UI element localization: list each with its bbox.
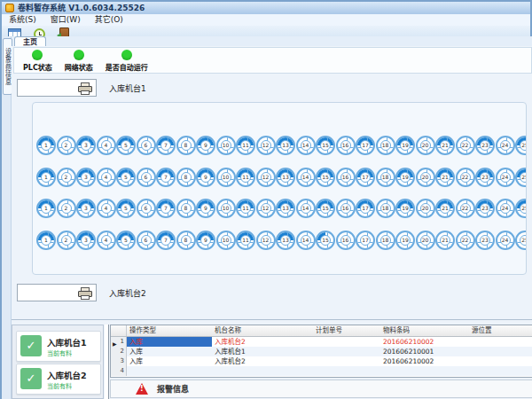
slot-2-12[interactable]: 12 bbox=[256, 168, 276, 187]
slot-4-11[interactable]: 11 bbox=[236, 231, 255, 250]
slot-2-3[interactable]: 3 bbox=[76, 168, 96, 187]
slot-3-1[interactable]: 1 bbox=[36, 199, 56, 218]
slot-4-17[interactable]: 17 bbox=[356, 231, 375, 250]
slot-3-9[interactable]: 9 bbox=[196, 199, 215, 218]
slot-4-9[interactable]: 9 bbox=[196, 231, 215, 250]
slot-1-11[interactable]: 11 bbox=[236, 136, 255, 155]
cell[interactable] bbox=[469, 366, 532, 376]
column-header-2[interactable]: 计划单号 bbox=[313, 325, 380, 336]
slot-1-7[interactable]: 7 bbox=[156, 136, 176, 155]
slot-3-5[interactable]: 5 bbox=[116, 199, 136, 218]
slot-3-14[interactable]: 14 bbox=[296, 199, 316, 218]
slot-1-5[interactable]: 5 bbox=[116, 136, 136, 155]
slot-1-17[interactable]: 17 bbox=[356, 136, 375, 155]
slot-4-6[interactable]: 6 bbox=[137, 231, 156, 250]
slot-4-20[interactable]: 20 bbox=[416, 231, 435, 250]
cell[interactable]: 入库机台2 bbox=[212, 337, 313, 347]
cell[interactable] bbox=[469, 347, 532, 356]
slot-2-2[interactable]: 2 bbox=[57, 168, 76, 187]
cell[interactable] bbox=[212, 366, 313, 376]
slot-4-14[interactable]: 14 bbox=[296, 231, 316, 250]
slot-4-10[interactable]: 10 bbox=[216, 231, 236, 250]
slot-3-24[interactable]: 24 bbox=[496, 199, 515, 218]
slot-2-10[interactable]: 10 bbox=[216, 168, 236, 187]
slot-1-1[interactable]: 1 bbox=[36, 136, 56, 155]
slot-2-16[interactable]: 16 bbox=[336, 168, 356, 187]
slot-1-16[interactable]: 16 bbox=[336, 136, 356, 155]
menu-item-0[interactable]: 系统(S) bbox=[2, 14, 43, 26]
slot-3-12[interactable]: 12 bbox=[256, 199, 276, 218]
table-row[interactable]: 3入库入库机台2201606210002 bbox=[111, 356, 532, 366]
column-header-0[interactable]: 操作类型 bbox=[127, 325, 212, 336]
slot-3-13[interactable]: 13 bbox=[276, 199, 295, 218]
slot-2-17[interactable]: 17 bbox=[356, 168, 375, 187]
cell[interactable] bbox=[313, 366, 380, 376]
slot-1-9[interactable]: 9 bbox=[196, 136, 215, 155]
station1-print-button[interactable] bbox=[17, 79, 97, 97]
cell[interactable]: 201606210002 bbox=[380, 356, 469, 366]
cell[interactable] bbox=[469, 356, 532, 366]
slot-3-11[interactable]: 11 bbox=[236, 199, 255, 218]
slot-1-4[interactable]: 4 bbox=[97, 136, 116, 155]
slot-2-7[interactable]: 7 bbox=[156, 168, 176, 187]
slot-3-18[interactable]: 18 bbox=[376, 199, 395, 218]
slot-4-4[interactable]: 4 bbox=[97, 231, 116, 250]
slot-1-25[interactable]: 25 bbox=[515, 136, 527, 155]
slot-3-25[interactable]: 25 bbox=[515, 199, 527, 218]
slot-4-18[interactable]: 18 bbox=[376, 231, 395, 250]
slot-4-3[interactable]: 3 bbox=[76, 231, 96, 250]
vertical-splitter[interactable] bbox=[105, 325, 109, 399]
slot-3-10[interactable]: 10 bbox=[216, 199, 236, 218]
slot-4-16[interactable]: 16 bbox=[336, 231, 356, 250]
slot-2-22[interactable]: 22 bbox=[456, 168, 475, 187]
station2-print-button[interactable] bbox=[17, 284, 97, 301]
slot-3-16[interactable]: 16 bbox=[336, 199, 356, 218]
cell[interactable] bbox=[313, 356, 380, 366]
cell[interactable]: 入库机台1 bbox=[212, 347, 313, 356]
slot-1-15[interactable]: 15 bbox=[316, 136, 335, 155]
slot-4-7[interactable]: 7 bbox=[156, 231, 176, 250]
cell[interactable]: 入库 bbox=[127, 347, 212, 356]
slot-1-20[interactable]: 20 bbox=[416, 136, 435, 155]
slot-3-21[interactable]: 21 bbox=[435, 199, 455, 218]
slot-1-18[interactable]: 18 bbox=[376, 136, 395, 155]
slot-2-8[interactable]: 8 bbox=[176, 168, 196, 187]
slot-3-7[interactable]: 7 bbox=[156, 199, 176, 218]
slot-1-2[interactable]: 2 bbox=[57, 136, 76, 155]
slot-2-11[interactable]: 11 bbox=[236, 168, 255, 187]
slot-2-20[interactable]: 20 bbox=[416, 168, 435, 187]
slot-2-24[interactable]: 24 bbox=[496, 168, 515, 187]
slot-4-23[interactable]: 23 bbox=[475, 231, 495, 250]
cell[interactable] bbox=[127, 366, 212, 376]
slot-1-19[interactable]: 19 bbox=[395, 136, 415, 155]
table-row[interactable]: 2入库入库机台1201606210001 bbox=[111, 347, 532, 356]
column-header-4[interactable]: 源位置 bbox=[469, 325, 532, 336]
slot-3-2[interactable]: 2 bbox=[57, 199, 76, 218]
slot-4-8[interactable]: 8 bbox=[176, 231, 196, 250]
slot-2-14[interactable]: 14 bbox=[296, 168, 316, 187]
slot-2-23[interactable]: 23 bbox=[475, 168, 495, 187]
slot-4-19[interactable]: 19 bbox=[395, 231, 415, 250]
cell[interactable]: 入库 bbox=[127, 356, 212, 366]
menu-item-2[interactable]: 其它(O) bbox=[88, 14, 130, 26]
slot-4-2[interactable]: 2 bbox=[57, 231, 76, 250]
slot-2-5[interactable]: 5 bbox=[116, 168, 136, 187]
slot-4-5[interactable]: 5 bbox=[116, 231, 136, 250]
cell[interactable] bbox=[469, 337, 532, 347]
slot-1-10[interactable]: 10 bbox=[216, 136, 236, 155]
cell[interactable] bbox=[380, 366, 469, 376]
slot-2-19[interactable]: 19 bbox=[395, 168, 415, 187]
slot-1-14[interactable]: 14 bbox=[296, 136, 316, 155]
slot-3-17[interactable]: 17 bbox=[356, 199, 375, 218]
slot-3-23[interactable]: 23 bbox=[475, 199, 495, 218]
slot-4-22[interactable]: 22 bbox=[456, 231, 475, 250]
cell[interactable]: 201606210001 bbox=[380, 347, 469, 356]
slot-2-4[interactable]: 4 bbox=[97, 168, 116, 187]
column-header-1[interactable]: 机台名称 bbox=[212, 325, 313, 336]
table-row[interactable]: 4 bbox=[111, 366, 532, 376]
slot-4-25[interactable]: 25 bbox=[515, 231, 527, 250]
slot-3-6[interactable]: 6 bbox=[137, 199, 156, 218]
slot-1-12[interactable]: 12 bbox=[256, 136, 276, 155]
slot-2-18[interactable]: 18 bbox=[376, 168, 395, 187]
slot-1-21[interactable]: 21 bbox=[435, 136, 455, 155]
